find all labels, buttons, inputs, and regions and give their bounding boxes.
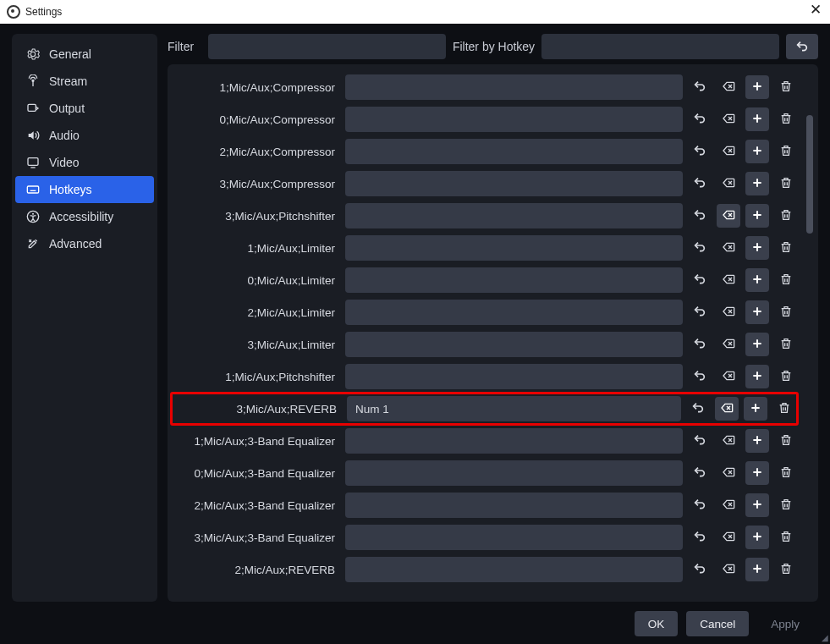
clear-button[interactable] (717, 268, 740, 292)
undo-button[interactable] (688, 236, 712, 260)
undo-button[interactable] (688, 558, 712, 581)
add-button[interactable] (744, 397, 767, 421)
add-button[interactable] (745, 140, 769, 163)
hotkey-input[interactable] (345, 332, 683, 357)
sidebar-item-output[interactable]: Output (15, 95, 154, 122)
add-button[interactable] (745, 107, 769, 131)
hotkey-input[interactable] (345, 525, 683, 550)
clear-button[interactable] (715, 397, 739, 421)
add-button[interactable] (745, 236, 769, 260)
apply-button[interactable]: Apply (757, 611, 813, 636)
remove-button[interactable] (774, 107, 798, 131)
scrollbar[interactable] (806, 115, 813, 403)
add-button[interactable] (745, 172, 769, 195)
remove-button[interactable] (774, 333, 798, 356)
add-button[interactable] (745, 558, 769, 581)
hotkey-input[interactable] (345, 428, 683, 454)
hotkey-input[interactable] (345, 557, 683, 582)
hotkey-input[interactable] (345, 300, 683, 325)
hotkey-input[interactable] (345, 267, 683, 293)
remove-button[interactable] (774, 140, 798, 163)
sidebar-item-audio[interactable]: Audio (15, 122, 154, 149)
undo-button[interactable] (688, 268, 712, 292)
close-icon[interactable]: ✕ (810, 3, 822, 17)
hotkey-input[interactable] (345, 74, 683, 100)
undo-button[interactable] (688, 107, 712, 131)
add-button[interactable] (745, 493, 769, 517)
undo-all-button[interactable] (786, 34, 818, 59)
sidebar-item-hotkeys[interactable]: Hotkeys (15, 176, 154, 203)
clear-button[interactable] (717, 365, 740, 388)
hotkey-input[interactable] (345, 460, 683, 486)
undo-button[interactable] (688, 493, 712, 517)
hotkey-input[interactable] (345, 493, 683, 518)
add-button[interactable] (745, 300, 769, 324)
hotkey-input[interactable] (345, 203, 683, 228)
hotkey-input[interactable] (345, 139, 683, 164)
ok-button[interactable]: OK (635, 611, 679, 636)
clear-button[interactable] (717, 526, 740, 549)
undo-button[interactable] (686, 397, 710, 421)
clear-button[interactable] (717, 140, 740, 163)
scrollbar-thumb[interactable] (806, 115, 813, 234)
sidebar-item-accessibility[interactable]: Accessibility (15, 203, 154, 230)
add-button[interactable] (745, 75, 769, 99)
add-button[interactable] (745, 204, 769, 228)
clear-button[interactable] (717, 333, 740, 356)
sidebar-item-video[interactable]: Video (15, 149, 154, 176)
clear-button[interactable] (717, 300, 740, 324)
add-button[interactable] (745, 268, 769, 292)
hotkey-input[interactable] (345, 171, 683, 196)
sidebar-item-advanced[interactable]: Advanced (15, 230, 154, 257)
undo-button[interactable] (688, 75, 712, 99)
cancel-button[interactable]: Cancel (686, 611, 749, 636)
remove-button[interactable] (774, 429, 798, 453)
hotkey-input[interactable] (345, 107, 683, 132)
remove-button[interactable] (774, 526, 798, 549)
hotkey-input[interactable] (345, 235, 683, 261)
remove-button[interactable] (774, 493, 798, 517)
clear-button[interactable] (717, 493, 740, 517)
clear-button[interactable] (717, 75, 740, 99)
add-button[interactable] (745, 461, 769, 485)
remove-button[interactable] (772, 397, 796, 421)
filter-input[interactable] (208, 34, 446, 59)
undo-button[interactable] (688, 365, 712, 388)
clear-button[interactable] (717, 236, 740, 260)
add-button[interactable] (745, 526, 769, 549)
filter-hotkey-input[interactable] (541, 34, 779, 59)
remove-button[interactable] (774, 300, 798, 324)
undo-button[interactable] (688, 300, 712, 324)
add-button[interactable] (745, 333, 769, 356)
undo-button[interactable] (688, 429, 712, 453)
remove-button[interactable] (774, 558, 798, 581)
backspace-icon (722, 305, 735, 321)
remove-button[interactable] (774, 204, 798, 228)
remove-button[interactable] (774, 461, 798, 485)
undo-button[interactable] (688, 140, 712, 163)
remove-button[interactable] (774, 236, 798, 260)
undo-button[interactable] (688, 333, 712, 356)
hotkey-input[interactable] (347, 396, 681, 421)
undo-button[interactable] (688, 204, 712, 228)
clear-button[interactable] (717, 461, 740, 485)
clear-button[interactable] (717, 107, 740, 131)
remove-button[interactable] (774, 365, 798, 388)
sidebar-item-stream[interactable]: Stream (15, 68, 154, 95)
add-button[interactable] (745, 365, 769, 388)
undo-button[interactable] (688, 461, 712, 485)
backspace-icon (722, 465, 735, 482)
resize-grip-icon[interactable]: ◢ (822, 633, 828, 642)
undo-button[interactable] (688, 526, 712, 549)
clear-button[interactable] (717, 429, 740, 453)
clear-button[interactable] (717, 172, 740, 195)
remove-button[interactable] (774, 172, 798, 195)
sidebar-item-general[interactable]: General (15, 41, 154, 68)
hotkey-input[interactable] (345, 364, 683, 389)
add-button[interactable] (745, 429, 769, 453)
clear-button[interactable] (717, 204, 740, 228)
undo-button[interactable] (688, 172, 712, 195)
remove-button[interactable] (774, 268, 798, 292)
remove-button[interactable] (774, 75, 798, 99)
clear-button[interactable] (717, 558, 740, 581)
